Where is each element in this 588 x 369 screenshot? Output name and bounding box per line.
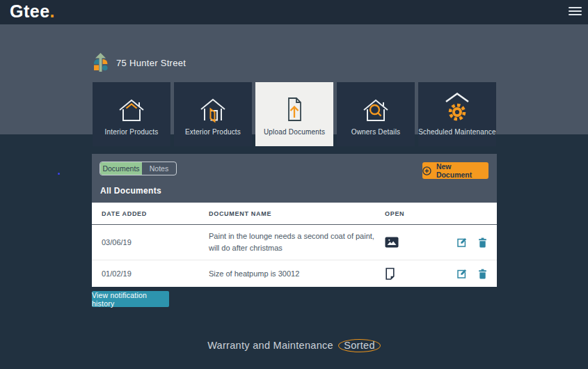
footer-tagline-text: Warranty and Maintenance [207, 340, 333, 351]
column-header-date-added: DATE ADDED [102, 210, 209, 217]
open-document-button[interactable] [385, 237, 455, 248]
footer-tagline: Warranty and Maintenance Sorted [0, 339, 588, 352]
view-notification-history-button[interactable]: View notification history [92, 291, 169, 307]
stray-cursor-dot [58, 173, 60, 175]
nav-card-label: Exterior Products [185, 128, 241, 136]
nav-card-interior-products[interactable]: Interior Products [93, 82, 170, 146]
trash-icon [478, 237, 487, 248]
edit-button[interactable] [456, 237, 467, 248]
tab-group: Documents Notes [100, 162, 177, 175]
top-bar: Gtee. [0, 0, 588, 24]
documents-table: DATE ADDED DOCUMENT NAME OPEN 03/06/19 P… [92, 203, 497, 287]
note-icon [385, 267, 395, 281]
edit-icon [456, 269, 467, 279]
footer-tagline-highlight: Sorted [338, 339, 381, 352]
brand-logo: Gtee. [10, 1, 55, 22]
property-identity: 75 Hunter Street [93, 53, 186, 73]
delete-button[interactable] [478, 269, 487, 279]
cell-document-name: Size of heatpump is 30012 [209, 268, 384, 280]
table-row: 01/02/19 Size of heatpump is 30012 [92, 260, 497, 287]
trash-icon [478, 269, 487, 279]
column-header-document-name: DOCUMENT NAME [209, 210, 385, 217]
brand-logo-text: Gtee [10, 1, 50, 21]
edit-icon [456, 237, 467, 248]
new-document-button[interactable]: New Document [422, 162, 488, 179]
house-search-icon [359, 95, 392, 125]
gear-roof-icon [440, 91, 474, 125]
nav-card-label: Upload Documents [264, 128, 325, 136]
document-upload-icon [278, 93, 311, 125]
new-document-button-label: New Document [436, 162, 488, 179]
hamburger-menu-icon[interactable] [569, 7, 582, 15]
column-header-open: OPEN [385, 210, 455, 217]
property-logo-icon [93, 53, 109, 73]
tab-notes[interactable]: Notes [142, 162, 176, 175]
delete-button[interactable] [478, 237, 487, 248]
nav-card-exterior-products[interactable]: Exterior Products [174, 82, 252, 146]
section-title: All Documents [100, 186, 161, 196]
nav-card-label: Owners Details [351, 128, 401, 136]
cell-document-name: Paint in the lounge needs a second coat … [209, 230, 384, 254]
nav-card-row: Interior Products Exterior Products [93, 82, 496, 146]
property-header: 75 Hunter Street Interior Products [0, 24, 588, 134]
row-actions [455, 269, 487, 279]
table-header-row: DATE ADDED DOCUMENT NAME OPEN [92, 203, 497, 225]
row-actions [455, 237, 487, 248]
plus-circle-icon [422, 166, 431, 175]
documents-panel: Documents Notes New Document All Documen… [92, 154, 497, 282]
table-row: 03/06/19 Paint in the lounge needs a sec… [92, 225, 497, 260]
nav-card-label: Scheduled Maintenance [418, 128, 496, 136]
brand-logo-period: . [50, 1, 55, 21]
nav-card-scheduled-maintenance[interactable]: Scheduled Maintenance [418, 82, 496, 146]
property-name: 75 Hunter Street [116, 58, 186, 68]
edit-button[interactable] [456, 269, 467, 279]
tab-documents[interactable]: Documents [100, 162, 142, 175]
nav-card-owners-details[interactable]: Owners Details [337, 82, 415, 146]
nav-card-upload-documents[interactable]: Upload Documents [255, 82, 333, 146]
cell-date-added: 03/06/19 [102, 238, 209, 246]
app-screen: Gtee. 75 Hunter Street [0, 0, 588, 369]
house-door-icon [196, 95, 230, 125]
photo-icon [385, 237, 399, 248]
open-document-button[interactable] [385, 267, 455, 281]
house-interior-icon [115, 95, 148, 125]
nav-card-label: Interior Products [105, 128, 159, 136]
cell-date-added: 01/02/19 [102, 269, 209, 278]
